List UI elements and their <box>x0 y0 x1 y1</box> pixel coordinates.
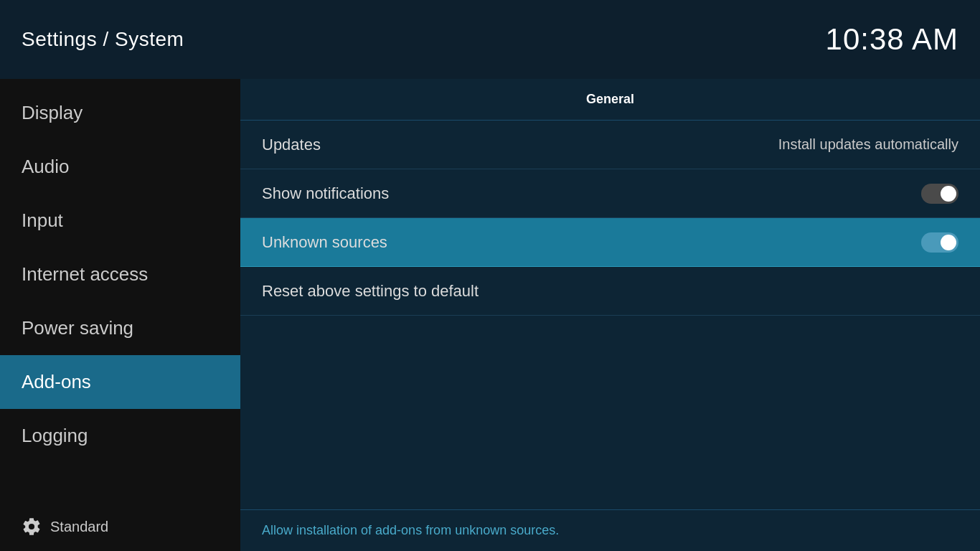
show-notifications-toggle[interactable] <box>921 184 958 204</box>
sidebar-item-internet-access[interactable]: Internet access <box>0 248 240 301</box>
sidebar: Display Audio Input Internet access Powe… <box>0 79 240 551</box>
settings-row-updates[interactable]: Updates Install updates automatically <box>240 121 980 169</box>
settings-row-unknown-sources[interactable]: Unknown sources <box>240 218 980 267</box>
sidebar-item-audio[interactable]: Audio <box>0 140 240 194</box>
sidebar-nav: Display Audio Input Internet access Powe… <box>0 79 240 502</box>
sidebar-item-input[interactable]: Input <box>0 194 240 248</box>
content-area: General Updates Install updates automati… <box>240 79 980 551</box>
settings-list: Updates Install updates automatically Sh… <box>240 121 980 509</box>
sidebar-item-display[interactable]: Display <box>0 86 240 140</box>
clock: 10:38 AM <box>826 22 958 57</box>
sidebar-item-add-ons[interactable]: Add-ons <box>0 355 240 409</box>
header: Settings / System 10:38 AM <box>0 0 980 79</box>
gear-icon <box>22 517 42 537</box>
settings-level-label: Standard <box>50 519 108 535</box>
updates-value: Install updates automatically <box>778 136 958 153</box>
status-bar: Allow installation of add-ons from unkno… <box>240 509 980 551</box>
main-layout: Display Audio Input Internet access Powe… <box>0 79 980 551</box>
toggle-knob-2 <box>941 235 956 250</box>
updates-label: Updates <box>262 136 321 154</box>
sidebar-item-logging[interactable]: Logging <box>0 409 240 463</box>
reset-label: Reset above settings to default <box>262 282 479 301</box>
hint-text: Allow installation of add-ons from unkno… <box>262 523 559 537</box>
toggle-knob <box>941 186 956 202</box>
settings-row-show-notifications[interactable]: Show notifications <box>240 169 980 218</box>
show-notifications-label: Show notifications <box>262 184 389 203</box>
unknown-sources-label: Unknown sources <box>262 233 387 252</box>
sidebar-item-power-saving[interactable]: Power saving <box>0 301 240 355</box>
page-title: Settings / System <box>22 28 184 51</box>
settings-row-reset[interactable]: Reset above settings to default <box>240 267 980 316</box>
sidebar-footer: Standard <box>0 502 240 551</box>
section-header: General <box>240 79 980 121</box>
unknown-sources-toggle[interactable] <box>921 232 958 253</box>
